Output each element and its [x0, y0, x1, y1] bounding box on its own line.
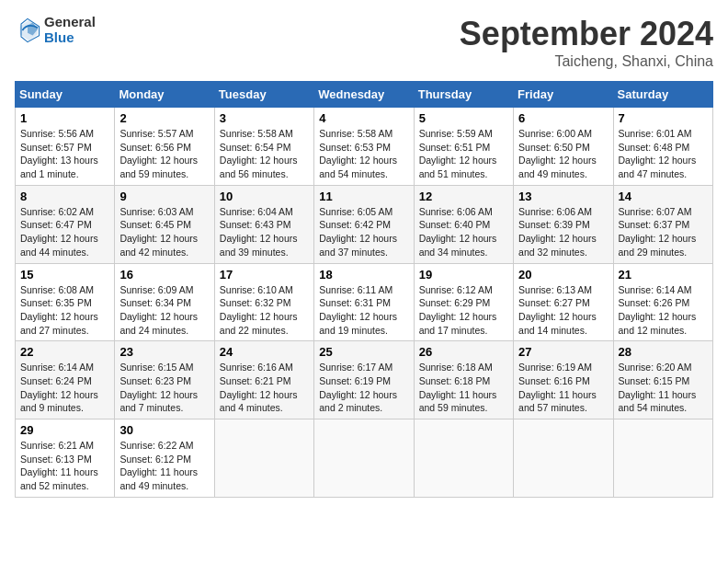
calendar-week-row: 22Sunrise: 6:14 AMSunset: 6:24 PMDayligh… [16, 341, 713, 419]
calendar-day-cell: 23Sunrise: 6:15 AMSunset: 6:23 PMDayligh… [115, 341, 214, 419]
day-number: 19 [419, 268, 508, 282]
day-number: 11 [319, 190, 408, 203]
calendar-day-cell: 8Sunrise: 6:02 AMSunset: 6:47 PMDaylight… [16, 185, 115, 263]
calendar-day-cell: 11Sunrise: 6:05 AMSunset: 6:42 PMDayligh… [314, 185, 414, 263]
calendar-day-cell: 19Sunrise: 6:12 AMSunset: 6:29 PMDayligh… [414, 263, 513, 341]
day-number: 17 [220, 268, 309, 282]
day-info: Sunrise: 5:56 AMSunset: 6:57 PMDaylight:… [20, 127, 109, 181]
day-info: Sunrise: 5:58 AMSunset: 6:54 PMDaylight:… [220, 127, 309, 181]
day-number: 24 [220, 345, 309, 359]
calendar-day-cell: 4Sunrise: 5:58 AMSunset: 6:53 PMDaylight… [314, 108, 414, 186]
day-info: Sunrise: 6:13 AMSunset: 6:27 PMDaylight:… [518, 283, 608, 338]
calendar-day-cell: 3Sunrise: 5:58 AMSunset: 6:54 PMDaylight… [214, 108, 313, 186]
calendar-day-cell: 29Sunrise: 6:21 AMSunset: 6:13 PMDayligh… [16, 419, 115, 498]
day-number: 2 [119, 111, 209, 125]
day-number: 18 [319, 268, 408, 282]
day-info: Sunrise: 6:12 AMSunset: 6:29 PMDaylight:… [419, 283, 508, 338]
day-number: 8 [20, 190, 109, 203]
day-number: 5 [419, 111, 508, 125]
calendar-day-cell: 10Sunrise: 6:04 AMSunset: 6:43 PMDayligh… [214, 185, 313, 263]
calendar-day-cell: 5Sunrise: 5:59 AMSunset: 6:51 PMDaylight… [414, 108, 513, 186]
day-info: Sunrise: 6:11 AMSunset: 6:31 PMDaylight:… [319, 283, 408, 338]
calendar-week-row: 1Sunrise: 5:56 AMSunset: 6:57 PMDaylight… [16, 108, 713, 186]
day-number: 4 [319, 111, 408, 125]
day-info: Sunrise: 6:06 AMSunset: 6:39 PMDaylight:… [518, 205, 608, 259]
logo-blue: Blue [44, 30, 96, 46]
day-number: 9 [119, 190, 209, 203]
weekday-header-cell: Monday [115, 82, 214, 108]
day-number: 25 [319, 345, 408, 359]
day-number: 21 [619, 268, 708, 282]
location-title: Taicheng, Shanxi, China [460, 53, 713, 70]
calendar-day-cell: 22Sunrise: 6:14 AMSunset: 6:24 PMDayligh… [16, 341, 115, 419]
calendar-day-cell: 13Sunrise: 6:06 AMSunset: 6:39 PMDayligh… [514, 185, 613, 263]
day-number: 3 [220, 111, 309, 125]
logo-icon [15, 17, 40, 43]
day-number: 20 [518, 268, 608, 282]
weekday-header-cell: Wednesday [314, 82, 414, 108]
day-number: 1 [20, 111, 109, 125]
calendar-day-cell: 14Sunrise: 6:07 AMSunset: 6:37 PMDayligh… [613, 185, 712, 263]
day-info: Sunrise: 5:59 AMSunset: 6:51 PMDaylight:… [419, 127, 508, 181]
calendar-day-cell [214, 419, 313, 498]
calendar-day-cell: 1Sunrise: 5:56 AMSunset: 6:57 PMDaylight… [16, 108, 115, 186]
day-number: 26 [419, 345, 508, 359]
calendar-day-cell: 15Sunrise: 6:08 AMSunset: 6:35 PMDayligh… [16, 263, 115, 341]
calendar-day-cell: 9Sunrise: 6:03 AMSunset: 6:45 PMDaylight… [115, 185, 214, 263]
calendar-day-cell [613, 419, 712, 498]
calendar-day-cell [314, 419, 414, 498]
day-info: Sunrise: 6:10 AMSunset: 6:32 PMDaylight:… [220, 283, 309, 338]
day-info: Sunrise: 6:14 AMSunset: 6:24 PMDaylight:… [20, 361, 109, 415]
calendar-day-cell: 20Sunrise: 6:13 AMSunset: 6:27 PMDayligh… [514, 263, 613, 341]
calendar-day-cell: 28Sunrise: 6:20 AMSunset: 6:15 PMDayligh… [613, 341, 712, 419]
weekday-header-cell: Sunday [16, 82, 115, 108]
title-block: September 2024 Taicheng, Shanxi, China [460, 15, 713, 70]
logo-general: General [44, 15, 96, 30]
calendar-day-cell [414, 419, 513, 498]
calendar-week-row: 29Sunrise: 6:21 AMSunset: 6:13 PMDayligh… [16, 419, 713, 498]
day-number: 6 [518, 111, 608, 125]
day-number: 7 [619, 111, 708, 125]
month-title: September 2024 [460, 15, 713, 53]
calendar-day-cell: 17Sunrise: 6:10 AMSunset: 6:32 PMDayligh… [214, 263, 313, 341]
day-info: Sunrise: 6:17 AMSunset: 6:19 PMDaylight:… [319, 361, 408, 415]
weekday-header-cell: Friday [514, 82, 613, 108]
calendar-week-row: 15Sunrise: 6:08 AMSunset: 6:35 PMDayligh… [16, 263, 713, 341]
calendar-day-cell: 27Sunrise: 6:19 AMSunset: 6:16 PMDayligh… [514, 341, 613, 419]
day-number: 15 [20, 268, 109, 282]
day-info: Sunrise: 6:09 AMSunset: 6:34 PMDaylight:… [119, 283, 209, 338]
calendar-day-cell: 6Sunrise: 6:00 AMSunset: 6:50 PMDaylight… [514, 108, 613, 186]
day-info: Sunrise: 6:19 AMSunset: 6:16 PMDaylight:… [518, 361, 608, 415]
day-info: Sunrise: 6:22 AMSunset: 6:12 PMDaylight:… [119, 439, 209, 493]
day-info: Sunrise: 6:20 AMSunset: 6:15 PMDaylight:… [619, 361, 708, 415]
calendar-day-cell: 24Sunrise: 6:16 AMSunset: 6:21 PMDayligh… [214, 341, 313, 419]
day-info: Sunrise: 6:18 AMSunset: 6:18 PMDaylight:… [419, 361, 508, 415]
day-info: Sunrise: 6:08 AMSunset: 6:35 PMDaylight:… [20, 283, 109, 338]
calendar-day-cell: 25Sunrise: 6:17 AMSunset: 6:19 PMDayligh… [314, 341, 414, 419]
day-number: 13 [518, 190, 608, 203]
day-info: Sunrise: 6:02 AMSunset: 6:47 PMDaylight:… [20, 205, 109, 259]
calendar-day-cell: 30Sunrise: 6:22 AMSunset: 6:12 PMDayligh… [115, 419, 214, 498]
weekday-header-cell: Tuesday [214, 82, 313, 108]
day-info: Sunrise: 6:00 AMSunset: 6:50 PMDaylight:… [518, 127, 608, 181]
calendar-body: 1Sunrise: 5:56 AMSunset: 6:57 PMDaylight… [16, 108, 713, 498]
day-number: 22 [20, 345, 109, 359]
calendar-table: SundayMondayTuesdayWednesdayThursdayFrid… [15, 81, 713, 498]
day-number: 16 [119, 268, 209, 282]
day-info: Sunrise: 6:04 AMSunset: 6:43 PMDaylight:… [220, 205, 309, 259]
day-info: Sunrise: 6:15 AMSunset: 6:23 PMDaylight:… [119, 361, 209, 415]
day-info: Sunrise: 6:16 AMSunset: 6:21 PMDaylight:… [220, 361, 309, 415]
day-number: 12 [419, 190, 508, 203]
day-number: 28 [619, 345, 708, 359]
day-number: 27 [518, 345, 608, 359]
weekday-header-cell: Thursday [414, 82, 513, 108]
calendar-day-cell: 7Sunrise: 6:01 AMSunset: 6:48 PMDaylight… [613, 108, 712, 186]
weekday-header-row: SundayMondayTuesdayWednesdayThursdayFrid… [16, 82, 713, 108]
day-number: 29 [20, 423, 109, 437]
calendar-day-cell [514, 419, 613, 498]
day-info: Sunrise: 6:05 AMSunset: 6:42 PMDaylight:… [319, 205, 408, 259]
day-info: Sunrise: 6:03 AMSunset: 6:45 PMDaylight:… [119, 205, 209, 259]
day-number: 14 [619, 190, 708, 203]
page-header: General Blue September 2024 Taicheng, Sh… [15, 15, 713, 70]
day-info: Sunrise: 5:58 AMSunset: 6:53 PMDaylight:… [319, 127, 408, 181]
